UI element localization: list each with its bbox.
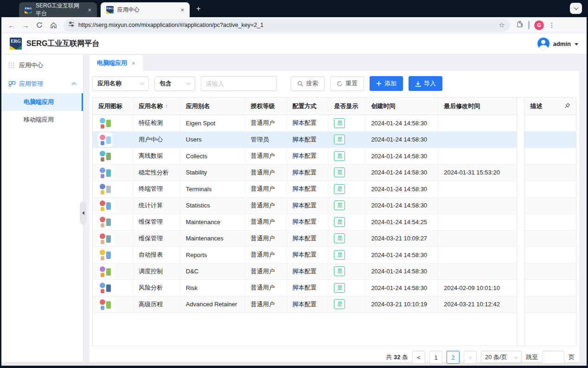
field-select[interactable]: 应用名称	[92, 77, 149, 91]
visible-badge: 是	[334, 266, 345, 276]
add-button[interactable]: 添加	[370, 76, 403, 91]
config-mode-cell: 脚本配置	[287, 280, 329, 296]
sidebar-item-mobile-apps[interactable]: 移动端应用	[1, 111, 83, 129]
column-header: 应用图标	[93, 97, 133, 115]
site-settings-icon[interactable]	[68, 21, 75, 29]
table-row[interactable]: 自动报表Reports普通用户脚本配置是2024-01-24 14:58:30	[93, 247, 517, 264]
app-alias-cell: Reports	[180, 247, 245, 263]
app-alias-cell: Advanced Retainer	[180, 297, 245, 313]
sidebar-item-app-management[interactable]: 应用管理	[1, 75, 83, 93]
created-time-cell: 2024-01-24 14:58:30	[365, 181, 438, 197]
table-row[interactable]: 维保管理Maintenance普通用户脚本配置是2024-01-24 14:54…	[93, 214, 517, 231]
table-row[interactable]: 高级历程Advanced Retainer普通用户脚本配置是2024-03-21…	[93, 297, 517, 313]
sidebar-item-app-center[interactable]: 应用中心	[1, 56, 83, 75]
prev-page-button[interactable]: <	[412, 351, 425, 364]
operator-select-value: 包含	[160, 79, 172, 88]
jump-page-input[interactable]	[542, 351, 564, 364]
auth-level-cell: 普通用户	[245, 198, 287, 214]
terminal-monitor-icon	[98, 182, 112, 196]
sidebar-item-pc-apps[interactable]: 电脑端应用	[1, 93, 83, 111]
search-button[interactable]: 搜索	[291, 77, 325, 91]
app-name-cell: 终端管理	[133, 181, 180, 197]
visible-badge: 是	[334, 250, 345, 260]
app-name-cell: 用户中心	[133, 132, 180, 148]
sidebar-collapse-handle[interactable]	[80, 201, 87, 225]
extensions-icon[interactable]	[516, 20, 524, 30]
table-row[interactable]: 调度控制D&C普通用户脚本配置是2024-01-24 14:58:30	[93, 264, 517, 280]
table-row[interactable]: 风险分析Risk普通用户脚本配置是2024-01-24 14:58:302024…	[93, 280, 517, 297]
new-tab-button[interactable]: +	[196, 4, 201, 13]
browser-tab-title: 应用中心	[117, 6, 140, 14]
page-size-select[interactable]: 20 条/页	[481, 351, 522, 364]
tab-close-icon[interactable]: ×	[180, 7, 184, 13]
description-cell	[524, 231, 576, 247]
chevron-down-icon	[514, 355, 518, 359]
table-row[interactable]: 用户中心Users管理员脚本配置是2024-01-24 14:58:30	[93, 132, 517, 148]
visible-badge: 是	[334, 299, 345, 309]
column-header[interactable]: 应用名称↑	[133, 97, 180, 115]
sidebar-item-label: 应用管理	[19, 80, 43, 88]
config-mode-cell: 脚本配置	[287, 148, 329, 164]
sidebar-item-label: 电脑端应用	[24, 98, 54, 106]
add-button-label: 添加	[384, 79, 396, 88]
description-cell	[524, 280, 576, 297]
config-mode-cell: 脚本配置	[287, 132, 329, 148]
modified-time-cell	[438, 198, 517, 214]
page-button-2[interactable]: 2	[447, 351, 460, 364]
import-button[interactable]: 导入	[409, 76, 442, 91]
table-row[interactable]: 特征检测Eigen Spot普通用户脚本配置是2024-01-24 14:58:…	[93, 115, 517, 132]
network-globe-icon	[98, 116, 112, 130]
tab-close-icon[interactable]: ×	[88, 7, 91, 13]
app-header: ERG SERG工业互联网平台 admin	[1, 33, 587, 54]
table-row[interactable]: 维保管理Maintenances普通用户脚本配置是2024-03-21 10:0…	[93, 231, 517, 247]
sidebar: 应用中心 应用管理 电脑端应用 移动端应用	[1, 54, 83, 362]
visible-badge: 是	[334, 233, 345, 243]
next-page-button[interactable]: >	[464, 351, 477, 364]
page-tab-close-icon[interactable]: ×	[132, 60, 135, 67]
profile-avatar[interactable]: G	[534, 20, 544, 30]
url-bar[interactable]: https://serg.mixyun.com/mixapplication/#…	[64, 19, 510, 32]
description-cell	[524, 132, 576, 148]
table-row[interactable]: 离线数据Collects普通用户脚本配置是2024-01-24 14:58:30	[93, 148, 517, 165]
table-row[interactable]: 稳定性分析Stability普通用户脚本配置是2024-01-24 14:58:…	[93, 165, 517, 181]
home-icon[interactable]	[48, 19, 59, 31]
bookmark-star-icon[interactable]: ☆	[499, 21, 505, 29]
config-mode-cell: 脚本配置	[287, 181, 329, 197]
config-mode-cell: 脚本配置	[287, 297, 329, 313]
reload-icon[interactable]	[34, 19, 45, 31]
user-name[interactable]: admin	[553, 40, 571, 47]
pin-icon[interactable]	[564, 103, 570, 110]
app-name-cell: 维保管理	[133, 231, 180, 247]
jump-suffix-label: 页	[569, 353, 575, 362]
config-mode-cell: 脚本配置	[287, 231, 329, 247]
page-button-1[interactable]: 1	[429, 351, 442, 364]
table-body: 特征检测Eigen Spot普通用户脚本配置是2024-01-24 14:58:…	[93, 115, 517, 313]
pagination: 共 32 条 < 1 2 > 20 条/页 跳至 页	[92, 350, 576, 365]
created-time-cell: 2024-03-21 10:10:19	[365, 297, 438, 313]
grid-squares-icon	[9, 81, 14, 87]
table-row[interactable]: 终端管理Terminals普通用户脚本配置是2024-01-24 14:58:3…	[93, 181, 517, 198]
reset-button[interactable]: 重置	[330, 77, 364, 91]
pinned-description-column: 描述	[524, 97, 576, 346]
created-time-cell: 2024-01-24 14:58:30	[365, 148, 438, 164]
config-mode-cell: 脚本配置	[287, 165, 329, 181]
browser-menu-icon[interactable]: ⋮	[549, 21, 555, 29]
modified-time-cell	[438, 115, 517, 131]
config-mode-cell: 脚本配置	[287, 247, 329, 263]
browser-tab-active[interactable]: ERG 应用中心 ×	[101, 2, 190, 17]
forward-icon[interactable]: →	[20, 19, 31, 31]
window-chevron-button[interactable]	[570, 3, 582, 14]
browser-tab-inactive[interactable]: ERG SERG工业互联网平台 ×	[19, 2, 97, 17]
page-tab-pc-apps[interactable]: 电脑端应用 ×	[89, 55, 143, 71]
chevron-down-icon	[140, 81, 145, 85]
visible-badge: 是	[334, 151, 345, 161]
operator-select[interactable]: 包含	[154, 77, 195, 91]
created-time-cell: 2024-01-24 14:58:30	[365, 264, 438, 280]
user-avatar[interactable]	[537, 38, 550, 50]
table-row[interactable]: 统计计算Statistics普通用户脚本配置是2024-01-24 14:58:…	[93, 198, 517, 214]
back-icon[interactable]: ←	[6, 19, 17, 31]
statistics-chart-icon	[98, 199, 112, 213]
filter-input[interactable]	[201, 76, 277, 91]
app-alias-cell: Stability	[180, 165, 245, 181]
grid-dots-icon	[9, 63, 14, 68]
